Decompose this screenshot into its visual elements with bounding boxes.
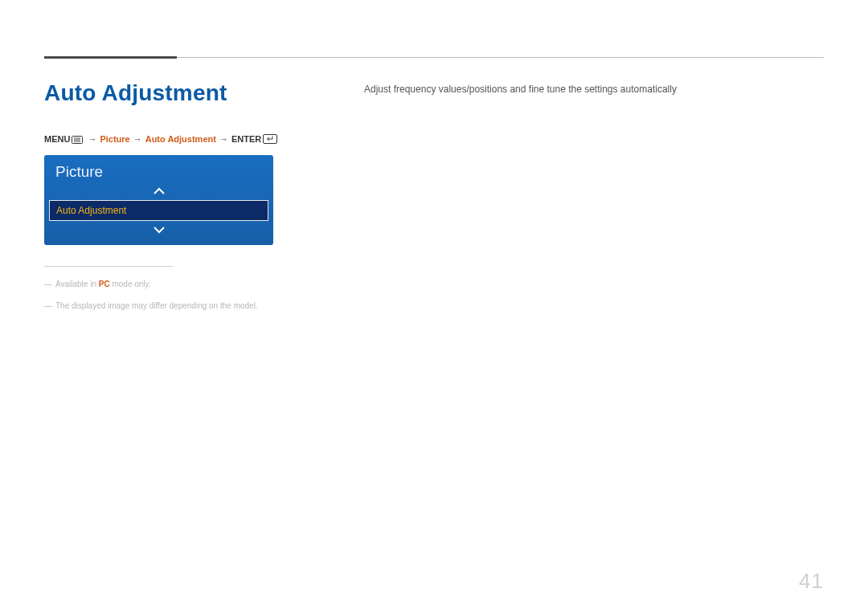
- osd-down-arrow-row: [44, 223, 273, 237]
- osd-panel: Picture Auto Adjustment: [44, 155, 273, 245]
- top-rule: [44, 56, 824, 59]
- page-number: 41: [799, 569, 824, 594]
- osd-up-arrow-row: [44, 184, 273, 198]
- note1-post: mode only.: [110, 280, 151, 288]
- chevron-down-icon: [153, 226, 166, 234]
- osd-item-auto-adjustment: Auto Adjustment: [49, 200, 268, 221]
- page-title: Auto Adjustment: [44, 80, 317, 106]
- osd-item-label: Auto Adjustment: [56, 205, 126, 216]
- description: Adjust frequency values/positions and fi…: [364, 84, 824, 95]
- breadcrumb-enter: ENTER: [231, 134, 261, 144]
- breadcrumb-sep: →: [219, 134, 228, 144]
- osd-header: Picture: [44, 155, 273, 184]
- note1-pre: Available in: [55, 280, 99, 288]
- breadcrumb-picture: Picture: [100, 134, 129, 144]
- breadcrumb-sep: →: [133, 134, 142, 144]
- breadcrumb-sep: →: [88, 134, 96, 144]
- note1-hl: PC: [99, 280, 110, 288]
- notes-separator: [44, 266, 173, 267]
- breadcrumb-auto-adjustment: Auto Adjustment: [145, 134, 216, 144]
- breadcrumb-menu: MENU: [44, 134, 70, 144]
- enter-icon: [261, 133, 279, 144]
- chevron-up-icon: [153, 187, 166, 195]
- note-pc-mode: ― Available in PC mode only.: [44, 280, 317, 288]
- note-image-differ: ― The displayed image may differ dependi…: [44, 301, 317, 310]
- breadcrumb: MENU → Picture → Auto Adjustment → ENTER: [44, 133, 317, 144]
- note2-text: The displayed image may differ depending…: [55, 301, 258, 310]
- menu-icon: [70, 134, 84, 144]
